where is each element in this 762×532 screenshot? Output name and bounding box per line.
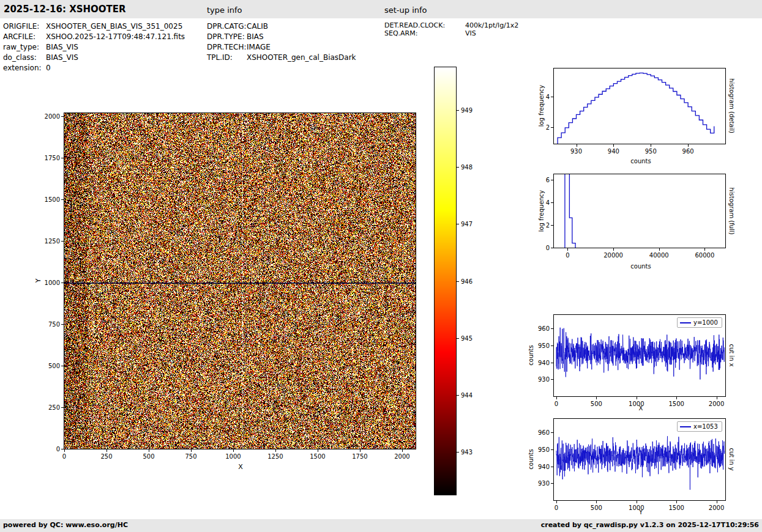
x-tick-mark — [596, 501, 597, 503]
metadata-value: XSHOOTER_gen_cal_BiasDark — [247, 53, 356, 63]
x-tick-mark — [676, 397, 677, 399]
legend-line-swatch — [680, 426, 691, 427]
footer-qc-link[interactable]: powered by QC: www.eso.org/HC — [3, 521, 128, 529]
colorbar-tick-mark — [457, 452, 459, 453]
x-tick-label: 1250 — [267, 453, 283, 460]
x-tick-label: 1000 — [629, 504, 644, 511]
colorbar-tick-mark — [457, 110, 459, 111]
y-tick-label: 1000 — [45, 279, 60, 286]
legend-cut-x-label: y=1000 — [693, 319, 718, 326]
metadata-label: SEQ.ARM: — [384, 29, 465, 37]
colorbar-tick-label: 948 — [461, 164, 473, 171]
metadata-row: DPR.TYPE:BIAS — [207, 32, 356, 42]
x-tick-mark — [191, 449, 192, 452]
page-title: 2025-12-16: XSHOOTER — [4, 4, 126, 15]
colorbar-tick-mark — [457, 281, 459, 282]
x-tick-label: 0 — [555, 401, 558, 407]
x-tick-mark — [717, 397, 717, 399]
y-tick-mark — [61, 158, 64, 158]
x-tick-mark — [637, 501, 637, 503]
x-tick-label: 2000 — [709, 504, 724, 511]
x-tick-label: 2000 — [709, 401, 724, 407]
metadata-row: ORIGFILE:XSHOOTER_GEN_BIAS_VIS_351_0025 — [3, 21, 185, 32]
y-tick-label: 940 — [538, 359, 550, 366]
y-tick-mark — [551, 127, 553, 128]
colorbar-tick-mark — [457, 224, 459, 224]
colorbar-tick-label: 944 — [461, 391, 473, 398]
histogram-detail-x-label: counts — [630, 158, 651, 164]
y-tick-label: 4 — [546, 199, 550, 206]
y-tick-mark — [551, 328, 553, 329]
y-tick-mark — [551, 483, 553, 484]
raw-image-plot — [64, 113, 416, 449]
setup-info-heading: set-up info — [384, 6, 427, 15]
y-tick-label: 950 — [538, 446, 550, 453]
y-tick-label: 1500 — [45, 196, 60, 203]
x-tick-mark — [637, 397, 637, 399]
metadata-label: ARCFILE: — [3, 32, 46, 42]
type-info-heading: type info — [207, 6, 242, 15]
x-tick-label: 0 — [566, 252, 569, 259]
x-tick-mark — [704, 248, 705, 251]
x-tick-mark — [577, 144, 577, 147]
legend-cut-y: x=1053 — [677, 421, 722, 432]
metadata-label: extension: — [3, 63, 46, 73]
cut-in-y-y-label: counts — [528, 449, 534, 469]
metadata-value: CALIB — [247, 21, 268, 32]
y-tick-mark — [551, 467, 553, 467]
colorbar-tick-mark — [457, 395, 459, 396]
metadata-label: ORIGFILE: — [3, 21, 46, 32]
y-tick-label: 750 — [48, 321, 60, 328]
colorbar — [434, 67, 457, 495]
x-tick-mark — [659, 248, 660, 251]
colorbar-canvas — [435, 67, 456, 495]
x-tick-label: 930 — [570, 148, 582, 155]
y-tick-label: 960 — [538, 325, 550, 332]
y-tick-mark — [61, 241, 64, 242]
metadata-value: XSHOOTER_GEN_BIAS_VIS_351_0025 — [46, 21, 182, 32]
metadata-row: extension:0 — [3, 63, 185, 73]
metadata-value: 400k/1pt/lg/1x2 — [465, 21, 518, 29]
x-tick-mark — [318, 449, 318, 452]
type-info-block: DPR.CATG:CALIBDPR.TYPE:BIASDPR.TECH:IMAG… — [207, 21, 356, 63]
y-tick-label: 940 — [538, 463, 550, 470]
y-tick-label: 2 — [546, 222, 550, 229]
metadata-value: XSHOO.2025-12-17T09:48:47.121.fits — [46, 32, 185, 42]
x-tick-label: 960 — [682, 148, 694, 155]
x-tick-label: 940 — [608, 148, 619, 155]
metadata-row: do_class:BIAS_VIS — [3, 53, 185, 63]
qc-report-page: 2025-12-16: XSHOOTER type info set-up in… — [0, 0, 762, 532]
y-tick-mark — [551, 225, 553, 226]
y-tick-label: 6 — [546, 177, 550, 183]
y-tick-mark — [551, 449, 553, 450]
cut-in-y-right-label: cut in y — [728, 448, 735, 470]
header-bar: 2025-12-16: XSHOOTER type info set-up in… — [0, 0, 762, 18]
x-tick-label: 250 — [100, 453, 112, 460]
colorbar-tick-label: 947 — [461, 221, 473, 227]
y-tick-mark — [551, 379, 553, 380]
y-tick-label: 930 — [538, 480, 550, 487]
histogram-full-canvas — [554, 174, 725, 248]
histogram-full-y-label: log frequency — [538, 190, 545, 232]
colorbar-tick-label: 946 — [461, 278, 473, 284]
legend-cut-y-label: x=1053 — [693, 423, 718, 430]
x-tick-mark — [613, 144, 614, 147]
y-tick-mark — [61, 366, 64, 366]
metadata-value: BIAS — [247, 32, 264, 42]
x-tick-label: 0 — [555, 504, 558, 511]
metadata-row: TPL.ID:XSHOOTER_gen_cal_BiasDark — [207, 53, 356, 63]
y-tick-label: 250 — [48, 404, 60, 411]
metadata-value: IMAGE — [247, 42, 271, 53]
x-tick-label: 1500 — [310, 453, 325, 460]
x-tick-label: 750 — [185, 453, 196, 460]
main-y-axis-label: Y — [34, 279, 42, 283]
metadata-row: DPR.TECH:IMAGE — [207, 42, 356, 53]
histogram-full-right-label: histogram (full) — [728, 187, 735, 234]
x-tick-mark — [149, 449, 149, 452]
legend-line-swatch — [680, 322, 691, 323]
metadata-value: BIAS_VIS — [46, 53, 78, 63]
y-tick-label: 930 — [538, 376, 550, 383]
x-tick-mark — [64, 449, 65, 452]
x-tick-mark — [106, 449, 107, 452]
histogram-full-plot — [553, 174, 726, 248]
